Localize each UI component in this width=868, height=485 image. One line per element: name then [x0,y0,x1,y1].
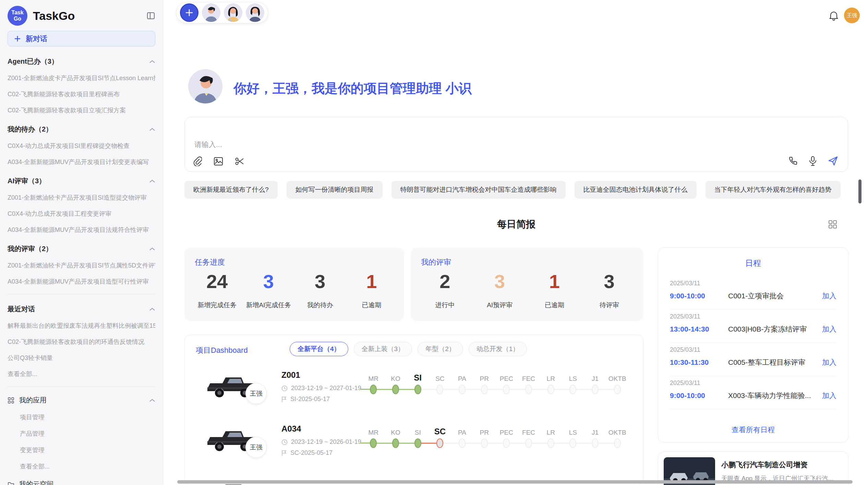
tab-year-model[interactable]: 年型（2） [418,342,463,356]
image-upload-icon[interactable] [214,157,223,166]
section-recent-chats: 最近对话 [8,304,155,314]
suggestion-chip[interactable]: 当下年轻人对汽车外观有怎样的喜好趋势 [706,181,841,199]
sidebar-item-product-mgmt[interactable]: 产品管理 [20,430,155,438]
avatar[interactable] [224,3,242,22]
view-all-schedule-link[interactable]: 查看所有日程 [658,425,848,435]
microphone-icon[interactable] [809,156,817,166]
list-item[interactable]: A034-全新新能源MUV产品开发项目计划变更表编写 [8,158,155,166]
tab-all-new-platform[interactable]: 全新平台（4） [290,342,348,356]
voice-call-icon[interactable] [788,156,798,166]
stat-new-done: 24 新增完成任务 [191,270,243,310]
section-ai-review[interactable]: AI评审（3） [8,176,155,186]
horizontal-scrollbar[interactable] [177,480,853,484]
join-button[interactable]: 加入 [822,391,836,400]
list-item[interactable]: C02-飞腾新能源轻客改款项目立项汇报方案 [8,106,155,114]
scissors-icon[interactable] [235,157,244,166]
list-item[interactable]: C02-飞腾新能源轻客改款项目里程碑画布 [8,90,155,98]
milestone-oktb: OKTB [606,371,628,396]
attachment-icon[interactable] [193,157,202,166]
suggestion-chip[interactable]: 比亚迪全固态电池计划具体说了什么 [575,181,697,199]
section-title: 最近对话 [8,304,35,314]
schedule-item: 2025/03/11 9:00-10:00 X003-车辆动力学性能验... 加… [670,376,836,409]
vertical-scrollbar[interactable] [858,179,861,203]
greeting-text: 你好，王强，我是你的项目管理助理 小识 [233,80,472,97]
list-item[interactable]: C0X4-动力总成开发项目SI里程碑提交物检查 [8,142,155,150]
quick-agents-bar [176,2,268,23]
list-item[interactable]: C02-飞腾新能源轻客改款项目的闭环通告反馈情况 [8,338,155,346]
new-chat-button[interactable]: 新对话 [8,31,155,47]
logo-text-bottom: Go [14,16,21,22]
list-item[interactable]: 解释最新出台的欧盟报废车法规再生塑料比例被调至15%... [8,322,155,330]
user-avatar[interactable]: 王强 [844,8,860,23]
milestone-lr: LR [540,425,562,450]
chevron-up-icon[interactable] [149,60,155,64]
section-my-todo[interactable]: 我的待办（2） [8,125,155,134]
project-code: Z001 [281,370,300,380]
chevron-up-icon[interactable] [149,398,155,402]
tab-all-new-body[interactable]: 全新上装（3） [354,342,412,356]
daily-briefing-title: 每日简报 [184,218,848,231]
milestone-pa: PA [451,425,473,450]
schedule-time: 9:00-10:00 [670,391,728,400]
list-item[interactable]: A034-全新新能源MUV产品开发项目造型可行性评审 [8,277,155,286]
section-agent-done[interactable]: Agent已办（3） [8,57,155,66]
suggestion-chip[interactable]: 特朗普可能对进口汽车增税会对中国车企造成哪些影响 [391,181,566,199]
project-dates: 2023-12-19 ~ 2027-01-19 [281,385,361,392]
chat-input-box[interactable]: 请输入... [184,117,848,172]
view-all-recent[interactable]: 查看全部... [8,370,155,378]
project-dates: 2023-12-19 ~ 2026-01-19 [281,438,361,446]
project-dashboard-card: 项目Dashboard 全新平台（4） 全新上装（3） 年型（2） 动总开发（1… [184,335,643,485]
tab-powertrain[interactable]: 动总开发（1） [469,342,527,356]
chevron-up-icon[interactable] [149,127,155,132]
section-my-review[interactable]: 我的评审（2） [8,244,155,253]
sidebar-item-change-mgmt[interactable]: 变更管理 [20,446,155,454]
layout-grid-icon[interactable] [828,220,837,229]
milestone-pec: PEC [495,425,518,450]
chevron-up-icon[interactable] [149,307,155,311]
sidebar-item-cloud-space[interactable]: 我的云空间 [8,480,155,485]
suggestion-chip[interactable]: 如何写一份清晰的项目周报 [287,181,383,199]
sidebar-item-my-apps[interactable]: 我的应用 [8,396,155,405]
add-agent-button[interactable] [180,3,198,22]
milestone-fec: FEC [518,425,540,450]
milestone-mr: MR [362,371,385,396]
news-title: 小鹏飞行汽车制造公司增资 [721,460,833,470]
stat-in-progress: 2 进行中 [418,270,472,310]
list-item[interactable]: Z001-全新燃油轻卡产品开发项目SI节点属性5D文件评审 [8,261,155,270]
send-icon[interactable] [828,156,838,166]
schedule-meeting-title: C003|H0B-方案冻结评审 [728,324,822,334]
view-all-apps[interactable]: 查看全部... [20,462,155,471]
notification-bell-icon[interactable] [829,10,839,21]
avatar[interactable] [246,3,264,22]
join-button[interactable]: 加入 [822,358,836,367]
schedule-date: 2025/03/11 [670,346,836,353]
project-owner-badge: 王强 [245,437,267,458]
schedule-item: 2025/03/11 9:00-10:00 C001-立项审批会 加入 [670,276,836,310]
divider [8,386,155,387]
suggestion-chip[interactable]: 欧洲新规最近颁布了什么? [184,181,278,199]
new-chat-label: 新对话 [26,34,47,43]
schedule-item: 2025/03/11 10:30-11:30 C005-整车工程目标评审 加入 [670,343,836,376]
list-item[interactable]: C0X4-动力总成开发项目工程变更评审 [8,210,155,218]
schedule-time: 10:30-11:30 [670,358,728,366]
list-item[interactable]: Z001-全新燃油轻卡产品开发项目SI造型提交物评审 [8,194,155,202]
sidebar-item-project-mgmt[interactable]: 项目管理 [20,413,155,421]
chat-input-placeholder: 请输入... [194,140,222,149]
avatar[interactable] [202,3,220,22]
join-button[interactable]: 加入 [822,291,836,301]
milestone-sc: SC [429,425,451,450]
clock-icon [281,385,288,391]
list-item[interactable]: A034-全新新能源MUV产品开发项目法规符合性评审 [8,226,155,234]
list-item[interactable]: 公司Q3轻卡销量 [8,354,155,362]
milestone-sc: SC [429,371,451,396]
milestone-mr: MR [362,425,385,450]
chevron-up-icon[interactable] [149,179,155,183]
collapse-sidebar-icon[interactable] [146,11,155,20]
chevron-up-icon[interactable] [149,247,155,251]
list-item[interactable]: Z001-全新燃油皮卡产品开发项目SI节点Lesson Learn报告 [8,74,155,82]
schedule-date: 2025/03/11 [670,313,836,320]
milestone-si: SI [407,371,429,396]
assistant-avatar [188,69,222,103]
section-title: 我的待办（2） [8,125,52,134]
join-button[interactable]: 加入 [822,324,836,334]
